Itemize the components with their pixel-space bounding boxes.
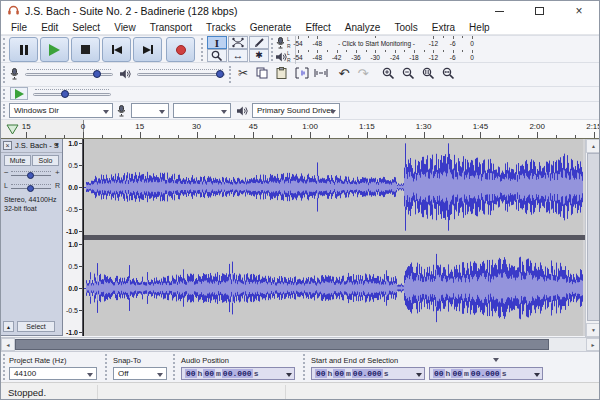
menu-item-edit[interactable]: Edit xyxy=(34,22,65,33)
stop-button[interactable] xyxy=(71,37,100,62)
close-button[interactable]: × xyxy=(559,1,599,21)
zoom-tool-button[interactable] xyxy=(207,49,227,62)
record-button[interactable] xyxy=(166,37,195,62)
amplitude-scale-tick xyxy=(79,310,82,311)
skip-to-start-button[interactable] xyxy=(102,37,131,62)
toolbar-grip[interactable] xyxy=(201,38,204,61)
scroll-left-button[interactable]: ◄ xyxy=(1,338,15,351)
timeline-ruler[interactable]: 1501530451:001:151:301:452:002:15 xyxy=(1,120,600,139)
track-name[interactable]: J.S. Bach - S xyxy=(15,141,59,150)
mute-button[interactable]: Mute xyxy=(4,155,31,166)
pause-button[interactable] xyxy=(9,37,38,62)
horizontal-scrollbar[interactable]: ◄ ► xyxy=(1,337,600,351)
menu-item-tools[interactable]: Tools xyxy=(387,22,424,33)
paste-button[interactable] xyxy=(272,64,290,82)
timeline-options-button[interactable] xyxy=(6,124,19,135)
toolbar-grip[interactable] xyxy=(3,38,6,61)
horizontal-scroll-thumb[interactable] xyxy=(15,339,549,350)
recording-channels-select[interactable] xyxy=(173,103,231,118)
envelope-tool-button[interactable] xyxy=(228,36,248,49)
selection-end-field[interactable]: 00h00m00.000s xyxy=(429,367,543,380)
toolbar-grip[interactable] xyxy=(3,354,6,380)
zoom-out-button[interactable] xyxy=(399,64,417,82)
stereo-waveform-canvas[interactable] xyxy=(83,139,585,336)
time-shift-icon: ↔ xyxy=(233,50,244,61)
playback-volume-thumb[interactable] xyxy=(216,70,224,78)
vertical-scale-ruler[interactable]: 1.00.50.0-0.5-1.0 1.00.50.0-0.5-1.0 xyxy=(63,139,83,336)
selection-start-field[interactable]: 00h00m00.000s xyxy=(311,367,425,380)
ruler-tick xyxy=(234,135,235,138)
scroll-down-button[interactable]: ▼ xyxy=(586,323,600,337)
snap-to-select[interactable]: Off xyxy=(113,367,167,380)
chevron-down-icon xyxy=(87,373,93,377)
menu-item-help[interactable]: Help xyxy=(462,22,497,33)
play-button[interactable] xyxy=(40,37,69,62)
menu-item-generate[interactable]: Generate xyxy=(243,22,299,33)
ruler-tick xyxy=(518,135,519,138)
track-control-panel[interactable]: × J.S. Bach - S ▼ Mute Solo − + L R Ster… xyxy=(1,139,63,336)
collapse-track-button[interactable]: ▲ xyxy=(3,321,14,332)
fit-selection-button[interactable] xyxy=(419,64,437,82)
track-close-button[interactable]: × xyxy=(3,141,12,150)
track-menu-button[interactable]: ▼ xyxy=(54,142,60,148)
scroll-up-button[interactable]: ▲ xyxy=(586,139,600,153)
gain-slider-thumb[interactable] xyxy=(27,172,34,179)
ruler-tick xyxy=(480,132,481,138)
toolbar-grip[interactable] xyxy=(303,354,306,380)
draw-tool-button[interactable] xyxy=(249,36,269,49)
minimize-button[interactable] xyxy=(479,1,519,21)
menu-item-effect[interactable]: Effect xyxy=(298,22,337,33)
menu-item-extra[interactable]: Extra xyxy=(425,22,462,33)
toolbar-grip[interactable] xyxy=(229,66,232,83)
project-rate-select[interactable]: 44100 xyxy=(9,367,97,380)
vertical-scrollbar[interactable]: ▲ ▼ xyxy=(585,139,600,337)
audio-position-field[interactable]: 00h00m00.000s xyxy=(181,367,295,380)
playback-device-select[interactable]: Primary Sound Driver xyxy=(252,103,340,118)
menu-item-select[interactable]: Select xyxy=(65,22,107,33)
menu-item-tracks[interactable]: Tracks xyxy=(199,22,243,33)
playback-volume-slider[interactable] xyxy=(137,68,225,80)
silence-audio-button[interactable] xyxy=(312,64,330,82)
meter-minor-tick xyxy=(375,36,376,38)
selection-tool-button[interactable]: I xyxy=(207,36,227,49)
audio-host-select[interactable]: Windows Dir xyxy=(9,103,113,118)
recording-volume-slider[interactable] xyxy=(25,68,113,80)
time-shift-tool-button[interactable]: ↔ xyxy=(228,49,248,62)
cut-button[interactable]: ✂ xyxy=(234,64,252,82)
selection-range-chevron-icon[interactable] xyxy=(493,358,499,362)
menu-item-file[interactable]: File xyxy=(4,22,34,33)
menu-item-analyze[interactable]: Analyze xyxy=(338,22,388,33)
toolbar-grip[interactable] xyxy=(3,89,6,99)
toolbar-grip[interactable] xyxy=(3,104,6,117)
undo-button[interactable]: ↶ xyxy=(335,64,353,82)
scroll-right-button[interactable]: ► xyxy=(586,338,600,351)
playback-meter[interactable]: LR -54-48-42-36-30-24-18-12-60 xyxy=(275,50,477,64)
toolbar-grip[interactable] xyxy=(271,38,274,61)
maximize-button[interactable] xyxy=(519,1,559,21)
copy-button[interactable] xyxy=(253,64,271,82)
trim-audio-button[interactable] xyxy=(293,64,311,82)
ruler-time-label: 2:00 xyxy=(529,122,545,131)
play-at-speed-button[interactable] xyxy=(10,87,28,100)
zoom-in-button[interactable] xyxy=(379,64,397,82)
toolbar-grip[interactable] xyxy=(3,66,6,83)
recording-device-select[interactable] xyxy=(131,103,169,118)
play-speed-slider[interactable] xyxy=(33,88,111,100)
solo-button[interactable]: Solo xyxy=(32,155,59,166)
fit-project-button[interactable] xyxy=(439,64,457,82)
vertical-scroll-thumb[interactable] xyxy=(587,153,600,321)
recording-meter[interactable]: LR -54-48-12-60- Click to Start Monitori… xyxy=(275,36,477,50)
play-speed-thumb[interactable] xyxy=(61,90,69,98)
recording-volume-thumb[interactable] xyxy=(93,70,101,78)
menu-item-view[interactable]: View xyxy=(107,22,143,33)
toolbar-grip[interactable] xyxy=(173,354,176,380)
waveform-display[interactable] xyxy=(83,139,585,336)
pan-slider-thumb[interactable] xyxy=(27,185,34,192)
select-track-button[interactable]: Select xyxy=(17,321,55,332)
skip-to-end-button[interactable] xyxy=(133,37,162,62)
multi-tool-button[interactable]: ✱ xyxy=(249,49,269,62)
meter-monitoring-message[interactable]: - Click to Start Monitoring - xyxy=(321,40,432,47)
toolbar-grip[interactable] xyxy=(105,354,108,380)
redo-button[interactable]: ↷ xyxy=(354,64,372,82)
menu-item-transport[interactable]: Transport xyxy=(143,22,199,33)
